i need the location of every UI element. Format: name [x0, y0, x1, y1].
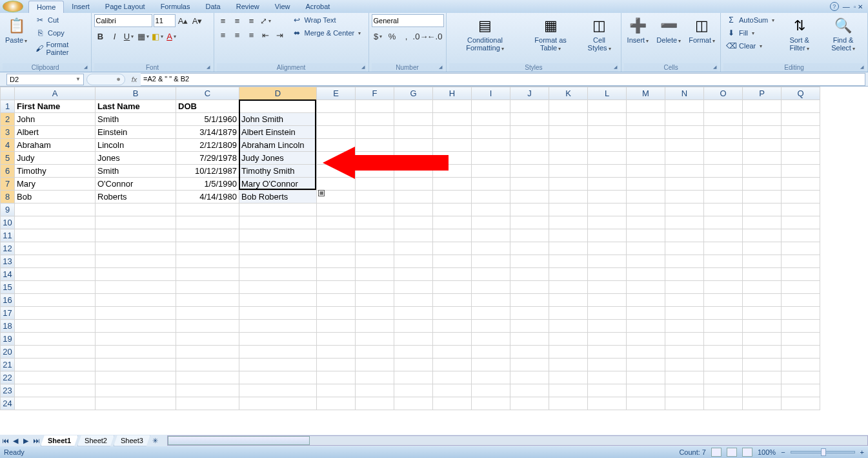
cell-P4[interactable]	[743, 139, 782, 152]
cell-P22[interactable]	[743, 371, 782, 384]
cell-Q16[interactable]	[782, 294, 820, 307]
comma-icon[interactable]: ,	[400, 30, 413, 43]
cell-Q19[interactable]	[782, 333, 820, 346]
col-header-D[interactable]: D	[239, 87, 317, 100]
cell-E19[interactable]	[317, 333, 356, 346]
sort-filter-button[interactable]: ⇅Sort & Filter	[780, 14, 819, 54]
font-name-select[interactable]	[94, 14, 152, 27]
cell-G2[interactable]	[394, 113, 433, 126]
cell-O1[interactable]	[704, 100, 743, 113]
col-header-I[interactable]: I	[472, 87, 510, 100]
cell-G16[interactable]	[394, 294, 433, 307]
paste-button[interactable]: 📋 Paste	[3, 14, 30, 46]
cell-H20[interactable]	[433, 346, 472, 359]
sheet-nav-last[interactable]: ⏭	[31, 437, 41, 444]
cell-M13[interactable]	[627, 255, 665, 268]
cell-M11[interactable]	[627, 229, 665, 242]
cell-D24[interactable]	[239, 397, 317, 410]
cell-N6[interactable]	[665, 165, 704, 178]
cell-A3[interactable]: Albert	[15, 126, 96, 139]
cell-Q20[interactable]	[782, 346, 820, 359]
font-size-select[interactable]	[154, 14, 176, 27]
cell-D21[interactable]	[239, 359, 317, 371]
row-header-1[interactable]: 1	[1, 100, 15, 113]
cell-F11[interactable]	[356, 229, 394, 242]
cell-J8[interactable]	[510, 191, 549, 203]
insert-cells-button[interactable]: ➕Insert	[624, 14, 651, 46]
cell-J20[interactable]	[510, 346, 549, 359]
cell-N13[interactable]	[665, 255, 704, 268]
cell-H21[interactable]	[433, 359, 472, 371]
cell-A1[interactable]: First Name	[15, 100, 96, 113]
sheet-nav-first[interactable]: ⏮	[0, 437, 10, 444]
cell-K17[interactable]	[549, 307, 588, 320]
cell-D22[interactable]	[239, 371, 317, 384]
view-page-layout-icon[interactable]	[727, 448, 737, 457]
cell-C12[interactable]	[176, 242, 239, 255]
cell-O10[interactable]	[704, 216, 743, 229]
cell-H9[interactable]	[433, 203, 472, 216]
clear-button[interactable]: ⌫Clear	[723, 40, 777, 52]
cell-F2[interactable]	[356, 113, 394, 126]
row-header-3[interactable]: 3	[1, 126, 15, 139]
cell-F18[interactable]	[356, 320, 394, 333]
cell-J4[interactable]	[510, 139, 549, 152]
cell-L12[interactable]	[588, 242, 627, 255]
cell-Q17[interactable]	[782, 307, 820, 320]
view-normal-icon[interactable]	[711, 448, 722, 457]
cell-E9[interactable]	[317, 203, 356, 216]
cell-N14[interactable]	[665, 268, 704, 281]
row-header-23[interactable]: 23	[1, 384, 15, 397]
cell-I14[interactable]	[472, 268, 510, 281]
cell-N11[interactable]	[665, 229, 704, 242]
cell-N12[interactable]	[665, 242, 704, 255]
office-button[interactable]	[3, 1, 23, 12]
cell-A14[interactable]	[15, 268, 96, 281]
cell-D16[interactable]	[239, 294, 317, 307]
cell-N8[interactable]	[665, 191, 704, 203]
format-as-table-button[interactable]: ▦Format as Table	[523, 14, 577, 54]
cell-P11[interactable]	[743, 229, 782, 242]
cell-J14[interactable]	[510, 268, 549, 281]
col-header-A[interactable]: A	[15, 87, 96, 100]
cell-N4[interactable]	[665, 139, 704, 152]
row-header-19[interactable]: 19	[1, 333, 15, 346]
worksheet[interactable]: ABCDEFGHIJKLMNOPQ 1First NameLast NameDO…	[0, 87, 868, 435]
cell-A19[interactable]	[15, 333, 96, 346]
tab-data[interactable]: Data	[197, 1, 228, 12]
cell-C24[interactable]	[176, 397, 239, 410]
cell-K20[interactable]	[549, 346, 588, 359]
autofill-options-icon[interactable]: ▦	[318, 190, 325, 196]
cell-P8[interactable]	[743, 191, 782, 203]
cell-J1[interactable]	[510, 100, 549, 113]
cell-M20[interactable]	[627, 346, 665, 359]
cell-B11[interactable]	[96, 229, 176, 242]
cell-C10[interactable]	[176, 216, 239, 229]
cell-B9[interactable]	[96, 203, 176, 216]
cell-M22[interactable]	[627, 371, 665, 384]
cell-Q6[interactable]	[782, 165, 820, 178]
align-left-icon[interactable]: ≡	[217, 28, 230, 41]
cell-L24[interactable]	[588, 397, 627, 410]
cell-B23[interactable]	[96, 384, 176, 397]
cell-C8[interactable]: 4/14/1980	[176, 191, 239, 203]
cell-M10[interactable]	[627, 216, 665, 229]
cell-B21[interactable]	[96, 359, 176, 371]
cell-L6[interactable]	[588, 165, 627, 178]
cell-H23[interactable]	[433, 384, 472, 397]
cell-L3[interactable]	[588, 126, 627, 139]
name-box[interactable]: D2▼	[6, 74, 84, 85]
cell-M14[interactable]	[627, 268, 665, 281]
tab-view[interactable]: View	[267, 1, 298, 12]
cell-B6[interactable]: Smith	[96, 165, 176, 178]
cell-J12[interactable]	[510, 242, 549, 255]
cell-A18[interactable]	[15, 320, 96, 333]
cell-B16[interactable]	[96, 294, 176, 307]
cell-E11[interactable]	[317, 229, 356, 242]
cell-G23[interactable]	[394, 384, 433, 397]
cell-D8[interactable]: Bob Roberts	[239, 191, 317, 203]
cell-D18[interactable]	[239, 320, 317, 333]
cell-O22[interactable]	[704, 371, 743, 384]
tab-review[interactable]: Review	[228, 1, 267, 12]
cell-I3[interactable]	[472, 126, 510, 139]
